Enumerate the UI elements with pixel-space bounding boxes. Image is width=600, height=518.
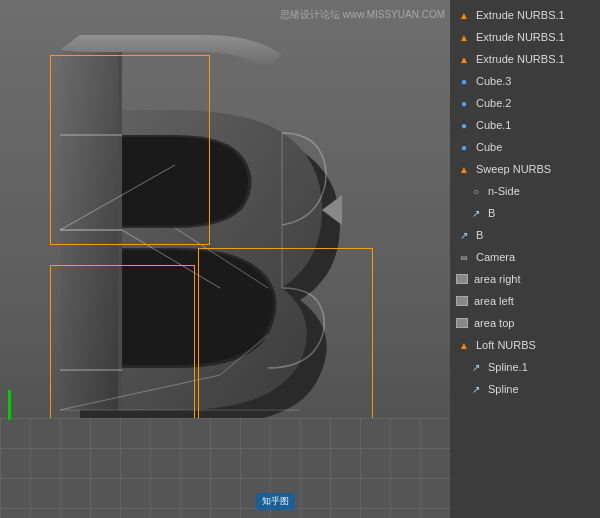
watermark: 思绪设计论坛 www.MISSYUAN.COM [280,8,445,22]
panel-label-extrude1: Extrude NURBS.1 [476,9,565,21]
axis-line [8,390,11,420]
panel-item-area-left[interactable]: area left [450,290,600,312]
panel-label-cube2: Cube.2 [476,97,511,109]
panel-label-cube3: Cube.3 [476,75,511,87]
panel-label-area-right: area right [474,273,520,285]
sweep-icon: ▲ [456,161,472,177]
panel-item-nside[interactable]: ○ n-Side [450,180,600,202]
floor-grid [0,418,450,518]
panel-label-area-left: area left [474,295,514,307]
cube3-icon: ● [456,73,472,89]
main-container: 思绪设计论坛 www.MISSYUAN.COM [0,0,600,518]
panel-label-sweep: Sweep NURBS [476,163,551,175]
spline-icon: ↗ [468,381,484,397]
cube1-icon: ● [456,117,472,133]
cube2-icon: ● [456,95,472,111]
panel-label-area-top: area top [474,317,514,329]
right-panel: ▲ Extrude NURBS.1 ▲ Extrude NURBS.1 ▲ Ex… [450,0,600,518]
b1-icon: ↗ [468,205,484,221]
badge: 知乎图 [256,493,295,510]
extrude-icon-3: ▲ [456,51,472,67]
panel-label-b2: B [476,229,483,241]
panel-label-extrude2: Extrude NURBS.1 [476,31,565,43]
area-left-icon [456,296,468,306]
panel-label-nside: n-Side [488,185,520,197]
panel-label-cube: Cube [476,141,502,153]
panel-item-area-top[interactable]: area top [450,312,600,334]
panel-item-cube3[interactable]: ● Cube.3 [450,70,600,92]
camera-icon: ∞ [456,249,472,265]
panel-item-area-right[interactable]: area right [450,268,600,290]
panel-item-extrude3[interactable]: ▲ Extrude NURBS.1 [450,48,600,70]
panel-label-loft: Loft NURBS [476,339,536,351]
panel-item-loft[interactable]: ▲ Loft NURBS [450,334,600,356]
panel-item-cube[interactable]: ● Cube [450,136,600,158]
panel-item-extrude1[interactable]: ▲ Extrude NURBS.1 [450,4,600,26]
extrude-icon-1: ▲ [456,7,472,23]
panel-item-spline1[interactable]: ↗ Spline.1 [450,356,600,378]
panel-item-b1[interactable]: ↗ B [450,202,600,224]
panel-label-spline1: Spline.1 [488,361,528,373]
panel-label-b1: B [488,207,495,219]
panel-item-camera[interactable]: ∞ Camera [450,246,600,268]
panel-label-cube1: Cube.1 [476,119,511,131]
area-right-icon [456,274,468,284]
loft-icon: ▲ [456,337,472,353]
letter-b-container [20,20,400,460]
extrude-icon-2: ▲ [456,29,472,45]
panel-item-cube1[interactable]: ● Cube.1 [450,114,600,136]
panel-label-camera: Camera [476,251,515,263]
panel-item-spline[interactable]: ↗ Spline [450,378,600,400]
cube-icon: ● [456,139,472,155]
panel-item-b2[interactable]: ↗ B [450,224,600,246]
viewport[interactable]: 思绪设计论坛 www.MISSYUAN.COM [0,0,450,518]
b2-icon: ↗ [456,227,472,243]
panel-label-extrude3: Extrude NURBS.1 [476,53,565,65]
panel-item-extrude2[interactable]: ▲ Extrude NURBS.1 [450,26,600,48]
nside-icon: ○ [468,183,484,199]
spline1-icon: ↗ [468,359,484,375]
panel-item-cube2[interactable]: ● Cube.2 [450,92,600,114]
panel-item-sweep[interactable]: ▲ Sweep NURBS [450,158,600,180]
area-top-icon [456,318,468,328]
panel-label-spline: Spline [488,383,519,395]
